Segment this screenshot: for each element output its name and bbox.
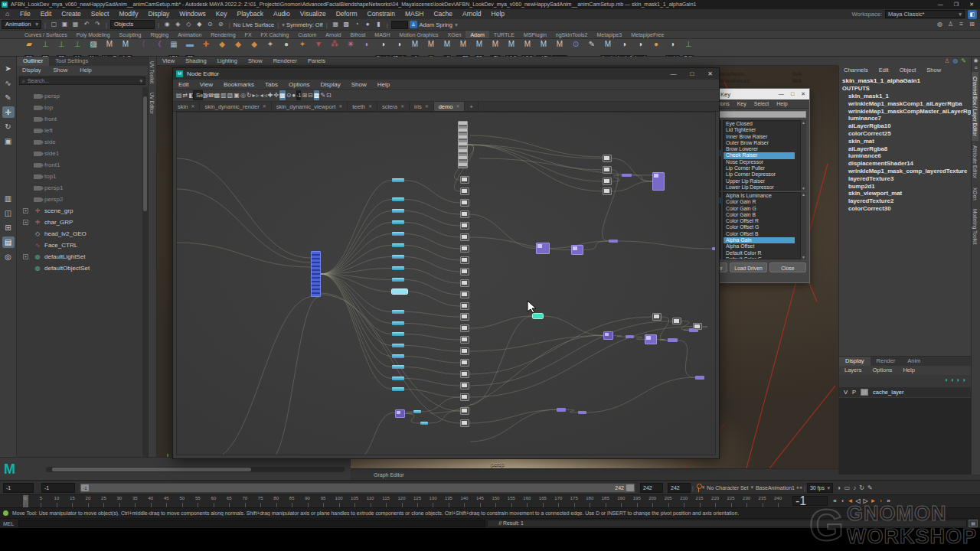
graph-node-cyansm[interactable] bbox=[420, 422, 428, 425]
fps-selector[interactable]: 30 fps▾ bbox=[807, 483, 833, 493]
viewport-menu-item[interactable]: View bbox=[157, 57, 180, 65]
character-set-selector[interactable]: No Character Set bbox=[707, 485, 748, 491]
shelf-tab[interactable]: Curves / Surfaces bbox=[20, 31, 72, 38]
sdk-driver-attr[interactable]: Eye Closed bbox=[724, 121, 795, 127]
graph-node-cyan[interactable] bbox=[392, 220, 404, 224]
menu-item[interactable]: MASH bbox=[400, 9, 429, 19]
render-icon[interactable]: ▦ bbox=[331, 20, 341, 29]
range-slider[interactable]: -1 242 bbox=[80, 483, 635, 493]
channel-box-output-item[interactable]: skin_mat bbox=[839, 138, 971, 145]
graph-node-gray[interactable] bbox=[460, 324, 469, 332]
graph-node-cyansm[interactable] bbox=[413, 410, 421, 413]
graph-node-gray[interactable] bbox=[603, 155, 612, 162]
shelf-tab[interactable]: Animation bbox=[173, 31, 206, 38]
shelf-button[interactable]: ⁂ bbox=[327, 39, 342, 49]
sdk-driver-attr[interactable]: Brow Lowerer bbox=[724, 146, 795, 152]
playback-end-field[interactable]: 242 bbox=[640, 483, 663, 493]
channel-box-output-item[interactable]: aiLayerRgba10 bbox=[839, 122, 971, 130]
node-editor-menu-item[interactable]: Options bbox=[283, 80, 315, 89]
playback-start-field[interactable]: -1 bbox=[41, 483, 75, 493]
sdk-scrollbar[interactable]: ▲▼ bbox=[801, 192, 806, 259]
tab-outliner[interactable]: Outliner bbox=[17, 57, 49, 66]
outliner-menu-item[interactable]: Show bbox=[48, 66, 74, 75]
graph-node-gray[interactable] bbox=[460, 222, 469, 230]
graph-node-teal[interactable] bbox=[533, 314, 543, 318]
node-editor-tool-icon[interactable]: -1 bbox=[296, 90, 301, 100]
tab-close-icon[interactable]: ✕ bbox=[338, 102, 342, 112]
graph-node-cyan[interactable] bbox=[392, 255, 404, 259]
shelf-button[interactable]: ✦ bbox=[263, 39, 278, 49]
right-vertical-tab[interactable]: XGen bbox=[972, 183, 978, 205]
right-vertical-tab[interactable]: Channel Box / Layer Editor bbox=[972, 72, 978, 141]
shelf-tab[interactable]: MSPlugin bbox=[519, 31, 551, 38]
graph-node-cyan[interactable] bbox=[392, 332, 404, 336]
symmetry-label[interactable]: Symmetry: Off bbox=[286, 21, 323, 28]
graph-node-graystack[interactable] bbox=[458, 121, 468, 168]
transport-button[interactable]: » bbox=[885, 496, 892, 507]
graph-node-gray[interactable] bbox=[603, 178, 612, 185]
node-editor-tool-icon[interactable]: ▣ bbox=[234, 90, 240, 100]
layout-preset-icon[interactable]: ▥ bbox=[2, 193, 15, 204]
graph-node-gray[interactable] bbox=[603, 187, 612, 195]
layer-playback-toggle[interactable]: P bbox=[852, 389, 856, 396]
file-operation-icon[interactable]: ▣ bbox=[60, 20, 70, 29]
right-vertical-tab[interactable]: Attribute Editor bbox=[972, 141, 978, 183]
node-editor-tool-icon[interactable]: ↻ bbox=[247, 90, 252, 100]
sdk-minimize-button[interactable]: — bbox=[779, 91, 784, 97]
graph-node-purplesm[interactable] bbox=[622, 174, 632, 177]
channel-box-output-item[interactable]: colorCorrect25 bbox=[839, 130, 971, 138]
shelf-tab[interactable]: Rigging bbox=[145, 31, 173, 38]
shelf-button[interactable]: ✎ bbox=[584, 39, 599, 49]
transport-button[interactable]: ▷ bbox=[862, 496, 869, 507]
transport-button[interactable]: ► bbox=[870, 496, 877, 507]
graph-node-cyan[interactable] bbox=[392, 197, 404, 201]
file-operation-icon[interactable]: ▢ bbox=[49, 20, 59, 29]
node-editor-menu-item[interactable]: View bbox=[194, 80, 218, 89]
graph-node-cyan[interactable] bbox=[392, 278, 404, 282]
node-editor-tool-icon[interactable]: ▩ bbox=[314, 90, 320, 100]
transport-button[interactable]: ◁ bbox=[854, 496, 861, 507]
node-editor-tool-icon[interactable]: ▸ bbox=[253, 90, 256, 100]
node-editor-title-bar[interactable]: M Node Editor — □ ✕ bbox=[173, 68, 719, 80]
sdk-driven-attr[interactable]: Color Gain R bbox=[724, 199, 795, 205]
ne-close-button[interactable]: ✕ bbox=[707, 70, 713, 77]
shelf-tab[interactable]: TURTLE bbox=[489, 31, 519, 38]
channel-box-output-item[interactable]: wrinkleMap1_maskComp1_aiLayerRgba bbox=[839, 100, 971, 108]
menu-item[interactable]: Edit bbox=[35, 9, 57, 19]
layer-editor-menu-item[interactable]: Options bbox=[867, 366, 898, 375]
command-input[interactable] bbox=[18, 520, 485, 527]
channel-box-menu-item[interactable]: Edit bbox=[874, 66, 893, 75]
graph-node-cyansel[interactable] bbox=[392, 289, 407, 294]
channel-box-output-item[interactable]: layeredTexture3 bbox=[839, 175, 971, 183]
shelf-tab[interactable]: ngSkinTools2 bbox=[551, 31, 593, 38]
outliner-item[interactable]: top bbox=[17, 102, 142, 113]
graph-node-purplenode[interactable] bbox=[603, 331, 613, 340]
channel-box-output-item[interactable]: luminance7 bbox=[839, 115, 971, 122]
menu-item[interactable]: Playback bbox=[232, 9, 269, 19]
graph-node-gray[interactable] bbox=[460, 336, 469, 344]
layer-editor-menu-item[interactable]: Layers bbox=[839, 366, 867, 375]
channel-box-node-name[interactable]: skin_mask1_1_alphaGain1 bbox=[839, 75, 971, 85]
expand-icon[interactable]: + bbox=[23, 208, 28, 214]
command-language-toggle[interactable]: MEL bbox=[0, 521, 17, 527]
sdk-driven-attr[interactable]: Color Gain B bbox=[724, 212, 795, 218]
layout-preset-icon[interactable]: ◫ bbox=[2, 207, 15, 219]
channel-box-output-item[interactable]: bump2d1 bbox=[839, 183, 971, 191]
graph-node-gray[interactable] bbox=[460, 359, 469, 367]
node-editor-menu-item[interactable]: Display bbox=[315, 80, 346, 89]
anim-end-field[interactable]: 242 bbox=[668, 483, 691, 493]
menu-item[interactable]: Audio bbox=[269, 9, 296, 19]
outliner-item[interactable]: +✛scene_grp bbox=[17, 205, 142, 217]
workspace-selector[interactable]: Maya Classic*▾ bbox=[885, 10, 965, 18]
graph-node-gray[interactable] bbox=[460, 187, 469, 195]
vertical-tab[interactable]: UV Toolkit bbox=[149, 57, 155, 88]
node-editor-tool-icon[interactable]: ▤ bbox=[176, 90, 182, 100]
menu-item[interactable]: Visualize bbox=[295, 9, 331, 19]
node-editor-tool-icon[interactable]: ▹ bbox=[256, 90, 260, 100]
menu-item[interactable]: Select bbox=[86, 9, 114, 19]
shelf-button[interactable]: ✳ bbox=[343, 39, 358, 49]
shelf-tab[interactable]: Rendering bbox=[206, 31, 240, 38]
tool-icon[interactable]: ✎ bbox=[2, 92, 15, 103]
channel-box-output-item[interactable]: skin_mask1_1 bbox=[839, 93, 971, 100]
auto-keyframe-icon[interactable] bbox=[695, 484, 702, 492]
